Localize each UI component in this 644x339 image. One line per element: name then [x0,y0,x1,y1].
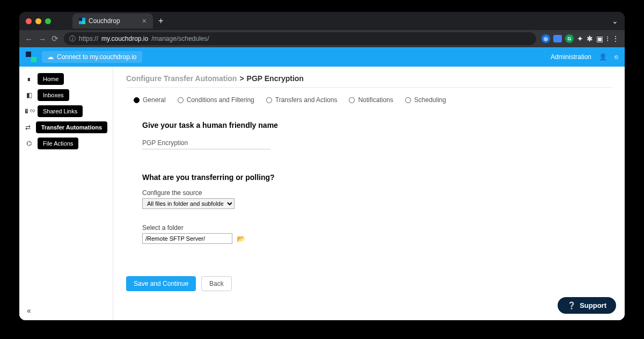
sidebar: ∎ Home ◧ Inboxes �လ Shared Links ⇄ Trans… [19,67,113,320]
step-label: Transfers and Actions [275,96,338,104]
step-label: Scheduling [414,96,446,104]
help-icon: ❔ [567,301,576,309]
url-bar: ← → ⟳ ⓘ https://my.couchdrop.io/manage/s… [19,30,625,47]
step-tabs: General Conditions and Filtering Transfe… [126,93,612,113]
breadcrumb: Configure Transfer Automation > PGP Encr… [126,74,612,87]
favicon-icon [79,18,85,24]
step-dot-icon [349,97,355,103]
extension-icon[interactable]: ◎ [541,34,550,43]
forward-icon[interactable]: → [38,34,46,44]
breadcrumb-current: PGP Encryption [247,74,304,83]
sidebar-item-label: Transfer Automations [36,121,107,133]
panel-icon[interactable]: ▣ [596,34,603,43]
step-transfers[interactable]: Transfers and Actions [266,96,338,104]
support-button[interactable]: ❔ Support [558,297,616,314]
menu-icon[interactable]: ⋮ [612,34,619,43]
window-controls [26,18,51,24]
back-icon[interactable]: ← [25,34,33,44]
url-path: /manage/schedules/ [151,35,209,42]
back-button[interactable]: Back [201,276,232,291]
connect-label: Connect to my.couchdrop.io [57,53,137,61]
step-label: General [143,96,166,104]
extensions-puzzle-icon[interactable]: ✱ [587,34,593,43]
app-topbar: ☁ Connect to my.couchdrop.io Administrat… [19,47,625,67]
section-heading: What are you transferring or polling? [142,173,603,182]
collapse-sidebar-icon[interactable]: « [27,306,31,315]
breadcrumb-separator: > [239,74,244,83]
administration-link[interactable]: Administration [551,53,591,61]
app-viewport: ☁ Connect to my.couchdrop.io Administrat… [19,47,625,320]
tab-title: Couchdrop [89,17,120,25]
action-buttons: Save and Continue Back [126,276,612,291]
tab-overflow-icon[interactable]: ⌄ [612,17,618,25]
support-label: Support [580,301,606,309]
folder-browse-icon[interactable]: 📂 [237,235,245,243]
extensions-menu-icon[interactable]: ✦ [577,34,583,43]
new-tab-button[interactable]: + [158,16,163,26]
sidebar-item-label: Home [38,73,64,85]
logout-icon[interactable]: ⎋ [614,53,618,61]
task-name-input[interactable] [142,137,271,149]
step-scheduling[interactable]: Scheduling [405,96,446,104]
divider [126,87,612,88]
profile-icon[interactable]: ⁝ [606,34,609,43]
sidebar-item-label: Shared Links [38,105,83,117]
panel-source: What are you transferring or polling? Co… [126,165,612,260]
sidebar-item-file-actions[interactable]: ⌬ File Actions [23,138,109,149]
sidebar-item-inboxes[interactable]: ◧ Inboxes [23,89,109,101]
folder-path-input[interactable] [142,233,232,244]
section-heading: Give your task a human friendly name [142,121,603,129]
step-dot-icon [134,97,140,103]
sidebar-item-label: Inboxes [38,89,69,101]
configure-source-label: Configure the source [142,189,603,197]
main-content: Configure Transfer Automation > PGP Encr… [113,67,625,320]
lock-icon: ⓘ [69,34,76,44]
extension-icon[interactable]: G [565,34,574,43]
address-bar[interactable]: ⓘ https://my.couchdrop.io/manage/schedul… [64,32,536,45]
folder-icon: ∎ [25,75,33,83]
app-logo-icon[interactable] [26,52,36,62]
source-select[interactable]: All files in folder and subfolders [142,198,235,209]
minimize-window-icon[interactable] [35,18,41,24]
panel-task-name: Give your task a human friendly name [126,113,612,165]
browser-tab[interactable]: Couchdrop × [72,13,153,28]
share-icon: �လ [25,107,33,115]
step-notifications[interactable]: Notifications [349,96,393,104]
url-scheme: https:// [79,35,98,42]
inbox-icon: ◧ [25,91,33,99]
save-button[interactable]: Save and Continue [126,276,196,291]
step-dot-icon [405,97,411,103]
close-window-icon[interactable] [26,18,32,24]
sidebar-item-home[interactable]: ∎ Home [23,73,109,85]
connect-button[interactable]: ☁ Connect to my.couchdrop.io [42,51,142,63]
tab-close-icon[interactable]: × [142,17,147,25]
step-dot-icon [266,97,272,103]
step-general[interactable]: General [134,96,166,104]
extension-icon[interactable] [553,35,562,42]
reload-icon[interactable]: ⟳ [52,34,58,44]
sidebar-item-transfer-automations[interactable]: ⇄ Transfer Automations [23,121,109,133]
extension-icons: ◎ G ✦ ✱ ▣ ⁝ ⋮ [541,34,619,43]
robot-icon: ⌬ [25,140,33,147]
url-host: my.couchdrop.io [101,35,148,42]
maximize-window-icon[interactable] [45,18,51,24]
user-icon[interactable]: 👤 [599,53,607,61]
step-label: Notifications [358,96,393,104]
shuffle-icon: ⇄ [25,124,32,131]
window-titlebar: Couchdrop × + ⌄ [19,12,625,30]
sidebar-item-shared-links[interactable]: �လ Shared Links [23,105,109,117]
cloud-upload-icon: ☁ [47,53,54,61]
step-dot-icon [178,97,184,103]
select-folder-label: Select a folder [142,224,603,232]
step-conditions[interactable]: Conditions and Filtering [178,96,254,104]
step-label: Conditions and Filtering [187,96,254,104]
breadcrumb-parent[interactable]: Configure Transfer Automation [126,74,237,83]
sidebar-item-label: File Actions [38,138,78,149]
